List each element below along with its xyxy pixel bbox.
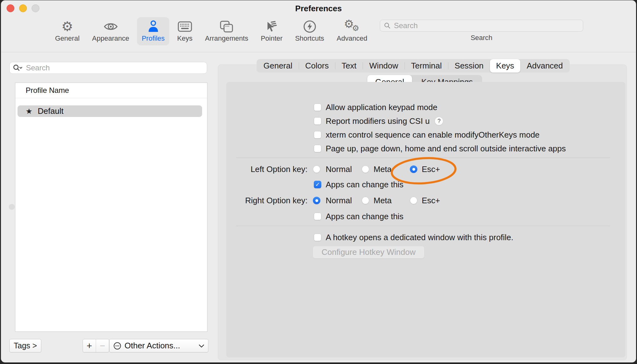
toolbar-search-label: Search — [380, 34, 583, 42]
toolbar-item-shortcuts[interactable]: Shortcuts — [290, 17, 329, 45]
radio-left-option-meta[interactable] — [362, 165, 369, 173]
search-icon — [384, 22, 391, 29]
profile-search-field[interactable] — [9, 62, 207, 74]
checkmark-icon: ✓ — [315, 182, 320, 187]
star-icon: ★ — [26, 107, 33, 116]
help-button[interactable]: ? — [435, 117, 443, 125]
chevron-down-icon — [199, 344, 204, 348]
toolbar-item-pointer[interactable]: Pointer — [256, 17, 287, 45]
checkbox-row-keypad-mode: Allow application keypad mode — [314, 103, 437, 112]
toolbar-divider — [1, 52, 636, 52]
tab-colors[interactable]: Colors — [299, 59, 335, 73]
left-option-key-row: Left Option key: Normal Meta Esc+ — [226, 165, 602, 174]
keyboard-icon — [178, 19, 192, 34]
checkbox-left-apps-can-change[interactable]: ✓ — [314, 181, 321, 188]
divider — [236, 226, 610, 226]
tab-keys[interactable]: Keys — [490, 59, 521, 73]
keys-general-content: Allow application keypad mode Report mod… — [226, 82, 625, 357]
right-option-key-row: Right Option key: Normal Meta Esc+ — [226, 196, 602, 205]
tags-button[interactable]: Tags > — [9, 339, 41, 352]
right-apps-can-change-row: Apps can change this — [314, 212, 404, 221]
profile-search-input[interactable] — [25, 63, 204, 73]
tab-text[interactable]: Text — [335, 59, 363, 73]
right-option-key-label: Right Option key: — [226, 196, 308, 205]
preferences-window: Preferences ⚙ General Appearance Profile… — [1, 0, 636, 362]
checkbox-row-modifyotherkeys: xterm control sequence can enable modify… — [314, 130, 540, 139]
toolbar-item-appearance[interactable]: Appearance — [87, 17, 134, 45]
profile-list: Profile Name ★ Default — [15, 83, 207, 332]
radio-right-option-normal[interactable] — [313, 197, 320, 204]
other-actions-label: Other Actions... — [125, 341, 199, 351]
checkbox-report-modifiers-csi-u[interactable] — [314, 117, 321, 125]
toolbar-item-profiles[interactable]: Profiles — [137, 17, 169, 45]
toolbar-item-advanced[interactable]: ⚙ ⚙ Advanced — [332, 17, 372, 45]
toolbar-search-group: Search — [380, 20, 583, 42]
toolbar-search-input[interactable] — [393, 21, 579, 30]
ellipsis-circle-icon — [113, 342, 121, 350]
preferences-toolbar: ⚙ General Appearance Profiles Keys Arr — [50, 17, 372, 45]
radio-right-option-esc[interactable] — [410, 197, 417, 204]
tab-window[interactable]: Window — [363, 59, 404, 73]
tab-terminal[interactable]: Terminal — [405, 59, 448, 73]
toolbar-search-field[interactable] — [380, 20, 583, 32]
toolbar-item-general[interactable]: ⚙ General — [50, 17, 84, 45]
radio-right-option-meta[interactable] — [362, 197, 369, 204]
checkbox-hotkey-window[interactable] — [314, 234, 321, 241]
search-scope-icon — [13, 64, 23, 72]
checkbox-page-scroll-outside-apps[interactable] — [314, 145, 321, 152]
checkbox-row-page-scroll: Page up, page down, home and end scroll … — [314, 144, 566, 153]
checkbox-xterm-modifyotherkeys[interactable] — [314, 131, 321, 139]
cursor-icon — [265, 19, 278, 34]
radio-left-option-esc[interactable] — [410, 165, 417, 173]
lightning-circle-icon — [303, 19, 317, 34]
radio-left-option-normal[interactable] — [313, 165, 320, 173]
add-profile-button[interactable]: + — [83, 339, 96, 352]
gear-icon: ⚙ — [61, 19, 73, 34]
tab-session[interactable]: Session — [448, 59, 490, 73]
tab-general[interactable]: General — [257, 59, 299, 73]
gears-icon: ⚙ ⚙ — [342, 19, 362, 34]
checkbox-right-apps-can-change[interactable] — [314, 213, 321, 220]
configure-hotkey-window-button[interactable]: Configure Hotkey Window — [313, 246, 425, 259]
other-actions-dropdown[interactable]: Other Actions... — [109, 339, 208, 352]
left-apps-can-change-row: ✓ Apps can change this — [314, 180, 404, 189]
left-option-key-label: Left Option key: — [226, 165, 308, 174]
window-title: Preferences — [1, 4, 636, 13]
screenshot-canvas: Preferences ⚙ General Appearance Profile… — [0, 0, 637, 364]
toolbar-item-arrangements[interactable]: Arrangements — [200, 17, 253, 45]
profile-tabbar: General Colors Text Window Terminal Sess… — [257, 59, 570, 73]
windows-stack-icon — [220, 19, 233, 34]
divider — [236, 158, 610, 158]
profile-row-default[interactable]: ★ Default — [18, 105, 202, 117]
person-icon — [147, 19, 160, 34]
tab-advanced[interactable]: Advanced — [520, 59, 569, 73]
profile-list-header: Profile Name — [15, 83, 207, 98]
splitter-handle[interactable] — [9, 204, 15, 210]
checkbox-row-csi-u: Report modifiers using CSI u ? — [314, 117, 443, 125]
remove-profile-button[interactable]: − — [96, 339, 109, 352]
hotkey-row: A hotkey opens a dedicated window with t… — [314, 233, 513, 242]
eye-icon — [104, 19, 118, 34]
checkbox-allow-keypad-mode[interactable] — [314, 104, 321, 111]
profile-name: Default — [38, 106, 64, 116]
add-remove-segment: + − — [83, 339, 109, 352]
toolbar-item-keys[interactable]: Keys — [172, 17, 197, 45]
